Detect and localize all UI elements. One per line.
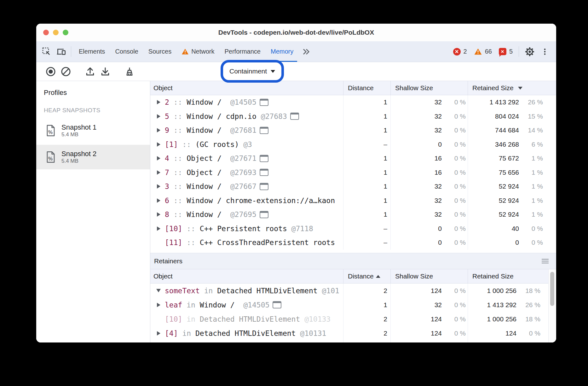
toggle-device-toolbar-button[interactable] (54, 41, 68, 62)
open-in-window-icon[interactable] (273, 301, 281, 308)
clear-profiles-button[interactable] (58, 64, 73, 79)
object-id: @27683 (261, 112, 287, 120)
collect-garbage-button[interactable] (122, 64, 137, 79)
object-id: @27667 (230, 182, 257, 190)
column-header-distance[interactable]: Distance (343, 269, 390, 283)
console-warnings-badge[interactable]: 66 (470, 41, 495, 62)
heap-object-row[interactable]: [1] :: (GC roots) @3 – 00 % 346 2686 % (150, 137, 556, 152)
column-header-object[interactable]: Object (150, 269, 343, 283)
retainer-name: [4] (165, 329, 178, 337)
issues-badge[interactable]: 5 (495, 41, 516, 62)
expand-arrow-icon[interactable] (155, 142, 162, 147)
svg-text:%: % (48, 156, 53, 161)
more-tabs-button[interactable] (298, 41, 313, 62)
save-profile-button[interactable] (98, 64, 113, 79)
heap-object-row[interactable]: [10] :: C++ Persistent roots @7118 – 00 … (150, 222, 556, 236)
close-window-button[interactable] (43, 30, 49, 35)
issues-icon (499, 48, 506, 55)
expand-arrow-icon[interactable] (155, 226, 162, 231)
expand-arrow-icon[interactable] (155, 156, 162, 161)
zoom-window-button[interactable] (63, 30, 68, 35)
perspective-value: Containment (229, 67, 267, 75)
distance-cell: 2 (343, 326, 390, 340)
object-name: 4 (165, 154, 169, 162)
retainer-row[interactable]: [1] in Detached HTMLDivElement @1013 (150, 340, 556, 342)
record-heap-snapshot-button[interactable] (43, 64, 58, 79)
expand-arrow-icon[interactable] (155, 289, 162, 292)
heap-object-row[interactable]: 6 :: Window / chrome-extension://a…kaon … (150, 194, 556, 208)
column-header-shallow-size[interactable]: Shallow Size (390, 269, 468, 283)
retainer-row[interactable]: [10] in Detached HTMLDivElement @10133 2… (150, 312, 556, 326)
devtools-panel-tab[interactable]: Memory (266, 41, 298, 62)
object-id: @14505 (230, 98, 257, 106)
inspect-element-icon (42, 47, 52, 57)
expand-arrow-icon[interactable] (155, 331, 162, 336)
open-in-window-icon[interactable] (290, 113, 299, 120)
distance-cell: – (343, 236, 390, 250)
console-errors-badge[interactable]: 2 (450, 41, 470, 62)
retainer-row[interactable]: [4] in Detached HTMLDivElement @10131 2 … (150, 326, 556, 340)
expand-arrow-icon[interactable] (155, 184, 162, 189)
devtools-panel-tab[interactable]: Sources (143, 41, 176, 62)
distance-cell: – (343, 137, 390, 152)
open-in-window-icon[interactable] (260, 183, 268, 190)
expand-arrow-icon[interactable] (155, 212, 162, 217)
retainer-row[interactable]: leaf in Window / @14505 1 320 % 1 413 29… (150, 298, 556, 312)
perspective-select[interactable]: Containment (229, 67, 275, 75)
expand-arrow-icon[interactable] (155, 303, 162, 307)
object-separator: :: (182, 225, 199, 233)
scrollbar-thumb[interactable] (550, 272, 554, 306)
heap-object-row[interactable]: [11] :: C++ CrossThreadPersistent roots … (150, 236, 556, 250)
heap-object-row[interactable]: 4 :: Object / @27671 1 160 % 75 6721 % (150, 151, 556, 166)
column-header-retained-size[interactable]: Retained Size (468, 81, 556, 95)
column-header-shallow-size[interactable]: Shallow Size (390, 81, 468, 95)
devtools-panel-tab[interactable]: Network (176, 41, 219, 62)
retainers-menu-button[interactable] (540, 258, 550, 264)
devtools-panel-tab[interactable]: Console (110, 41, 143, 62)
retainer-separator: in (182, 301, 199, 309)
expand-arrow-icon[interactable] (155, 114, 162, 119)
retainers-scrollbar[interactable] (548, 269, 556, 342)
heap-object-row[interactable]: 9 :: Window / @27681 1 320 % 744 68414 % (150, 123, 556, 137)
expand-arrow-icon[interactable] (155, 198, 162, 203)
expand-arrow-icon[interactable] (155, 100, 162, 104)
heap-object-row[interactable]: 7 :: Object / @27693 1 160 % 75 6561 % (150, 166, 556, 180)
open-in-window-icon[interactable] (260, 99, 268, 106)
inspect-element-button[interactable] (39, 41, 54, 62)
shallow-size-cell: 160 % (390, 166, 468, 180)
expand-arrow-icon[interactable] (155, 128, 162, 132)
settings-button[interactable] (522, 41, 538, 62)
devtools-panel-tab[interactable]: Performance (220, 41, 266, 62)
shallow-size-cell: 320 % (390, 179, 468, 194)
retainer-name: leaf (165, 301, 182, 309)
minimize-window-button[interactable] (53, 30, 59, 35)
column-header-object[interactable]: Object (150, 81, 343, 95)
load-profile-button[interactable] (83, 64, 98, 79)
open-in-window-icon[interactable] (260, 211, 268, 218)
heap-object-row[interactable]: 8 :: Window / @27695 1 320 % 52 9241 % (150, 208, 556, 222)
heap-object-row[interactable]: 5 :: Window / cdpn.io @27683 1 320 % 804… (150, 109, 556, 124)
column-header-distance[interactable]: Distance (343, 81, 390, 95)
object-name: 7 (165, 168, 169, 177)
object-separator: :: (169, 210, 187, 219)
expand-arrow-icon[interactable] (155, 170, 162, 175)
snapshot-item[interactable]: % Snapshot 2 5.4 MB (36, 145, 150, 169)
retained-size-cell: 1 000 25618 % (468, 312, 556, 326)
warning-icon (474, 48, 482, 55)
shallow-size-cell: 320 % (390, 109, 468, 124)
open-in-window-icon[interactable] (260, 155, 268, 162)
open-in-window-icon[interactable] (260, 127, 268, 134)
object-separator: :: (178, 140, 195, 149)
kebab-menu-button[interactable] (538, 41, 552, 62)
sort-descending-icon (518, 87, 522, 90)
snapshot-item[interactable]: % Snapshot 1 5.4 MB (36, 118, 150, 143)
heap-object-row[interactable]: 2 :: Window / @14505 1 320 % 1 413 29226… (150, 95, 556, 109)
devtools-panel-tab[interactable]: Elements (74, 41, 110, 62)
column-header-retained-size[interactable]: Retained Size (468, 269, 556, 283)
distance-cell: 1 (343, 123, 390, 137)
retainer-id: @14505 (243, 301, 269, 309)
retainer-row[interactable]: someText in Detached HTMLDivElement @101… (150, 284, 556, 298)
open-in-window-icon[interactable] (260, 169, 268, 176)
heap-object-row[interactable]: 3 :: Window / @27667 1 320 % 52 9241 % (150, 179, 556, 194)
tabbar-spacer (313, 41, 449, 62)
